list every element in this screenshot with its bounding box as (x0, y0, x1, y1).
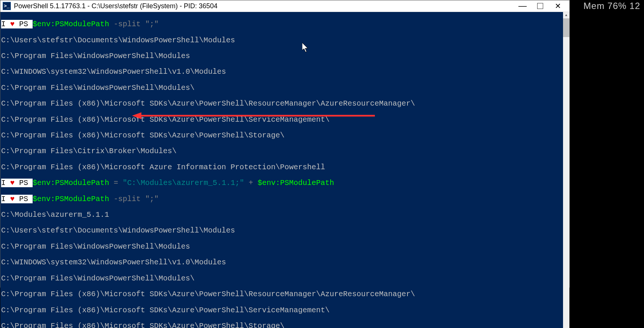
window-title: PowerShell 5.1.17763.1 - C:\Users\stefst… (14, 2, 517, 10)
output-line: C:\Program Files\WindowsPowerShell\Modul… (1, 84, 562, 92)
heart-icon: ♥ (10, 195, 15, 203)
powershell-window: >_ PowerShell 5.1.17763.1 - C:\Users\ste… (0, 0, 570, 288)
command-arg: ";" (145, 20, 159, 28)
command-operator: -split (114, 20, 141, 28)
terminal-output[interactable]: I ♥ PS $env:PSModulePath -split ";" C:\U… (0, 12, 563, 328)
output-line: C:\Program Files (x86)\Microsoft SDKs\Az… (1, 322, 562, 328)
background-mem-text: Mem 76% 12 (584, 1, 640, 11)
scroll-up-icon[interactable]: ▲ (563, 12, 569, 18)
command-variable: $env:PSModulePath (33, 179, 109, 187)
command-variable: $env:PSModulePath (258, 179, 334, 187)
heart-icon: ♥ (10, 20, 15, 28)
output-line: C:\WINDOWS\system32\WindowsPowerShell\v1… (1, 68, 562, 76)
mouse-cursor-icon (302, 43, 310, 53)
output-line: C:\Program Files (x86)\Microsoft SDKs\Az… (1, 290, 562, 298)
command-string: "C:\Modules\azurerm_5.1.1;" (123, 179, 244, 187)
output-line: C:\Program Files (x86)\Microsoft SDKs\Az… (1, 100, 562, 107)
output-line: C:\Program Files\Citrix\Broker\Modules\ (1, 147, 562, 155)
minimize-button[interactable]: — (517, 0, 528, 12)
output-line: C:\Program Files (x86)\Microsoft SDKs\Az… (1, 306, 562, 314)
prompt-prefix: I ♥ PS (1, 179, 33, 187)
window-controls: — ✕ (517, 0, 567, 12)
output-line: C:\Users\stefstr\Documents\WindowsPowerS… (1, 36, 562, 44)
prompt-prefix: I ♥ PS (1, 20, 33, 28)
close-button[interactable]: ✕ (552, 0, 563, 12)
command-plus: + (249, 179, 253, 187)
powershell-icon: >_ (3, 2, 11, 10)
output-line: C:\Program Files\WindowsPowerShell\Modul… (1, 274, 562, 282)
output-line-highlighted: C:\Modules\azurerm_5.1.1 (1, 211, 562, 219)
output-line: C:\Program Files\WindowsPowerShell\Modul… (1, 243, 562, 250)
output-line: C:\WINDOWS\system32\WindowsPowerShell\v1… (1, 258, 562, 266)
output-line: C:\Program Files (x86)\Microsoft SDKs\Az… (1, 131, 562, 139)
prompt-prefix: I ♥ PS (1, 195, 33, 203)
titlebar[interactable]: >_ PowerShell 5.1.17763.1 - C:\Users\ste… (0, 0, 569, 12)
heart-icon: ♥ (10, 179, 15, 187)
output-line: C:\Users\stefstr\Documents\WindowsPowerS… (1, 227, 562, 234)
command-variable: $env:PSModulePath (33, 20, 109, 28)
output-line: C:\Program Files (x86)\Microsoft Azure I… (1, 163, 562, 171)
command-eq: = (114, 179, 118, 187)
command-arg: ";" (145, 195, 159, 203)
output-line: C:\Program Files\WindowsPowerShell\Modul… (1, 52, 562, 60)
scrollbar-thumb[interactable] (563, 18, 569, 37)
command-variable: $env:PSModulePath (33, 195, 109, 203)
command-operator: -split (114, 195, 141, 203)
maximize-button[interactable] (537, 3, 543, 9)
output-line: C:\Program Files (x86)\Microsoft SDKs\Az… (1, 116, 562, 124)
vertical-scrollbar[interactable]: ▲ ▼ (563, 12, 569, 328)
